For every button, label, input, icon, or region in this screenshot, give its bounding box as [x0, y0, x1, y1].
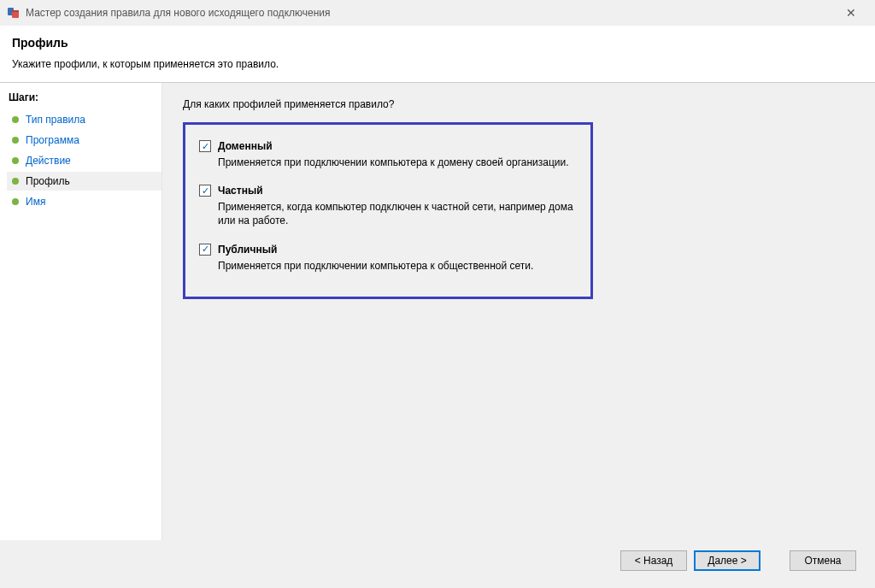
step-name[interactable]: Имя	[7, 192, 161, 211]
back-button[interactable]: < Назад	[620, 550, 687, 571]
step-label: Профиль	[26, 175, 70, 187]
app-icon	[7, 6, 21, 20]
option-desc: Применяется при подключении компьютера к…	[218, 259, 577, 273]
body: Шаги: Тип правила Программа Действие Про…	[0, 83, 875, 540]
sidebar: Шаги: Тип правила Программа Действие Про…	[0, 83, 162, 540]
content-prompt: Для каких профилей применяется правило?	[183, 98, 854, 110]
option-public: ✓ Публичный Применяется при подключении …	[199, 244, 577, 273]
close-button[interactable]: ✕	[834, 1, 868, 25]
step-label: Имя	[26, 196, 45, 208]
header: Профиль Укажите профили, к которым приме…	[0, 26, 875, 83]
step-action[interactable]: Действие	[7, 151, 161, 170]
step-rule-type[interactable]: Тип правила	[7, 110, 161, 129]
page-title: Профиль	[12, 36, 863, 50]
option-private: ✓ Частный Применяется, когда компьютер п…	[199, 185, 577, 227]
step-profile[interactable]: Профиль	[7, 172, 161, 191]
checkbox-domain[interactable]: ✓	[199, 140, 211, 152]
step-program[interactable]: Программа	[7, 131, 161, 150]
spacer	[767, 550, 783, 571]
page-subtitle: Укажите профили, к которым применяется э…	[12, 58, 863, 70]
wizard-window: Мастер создания правила для нового исход…	[0, 0, 875, 588]
option-title: Частный	[218, 185, 263, 197]
options-group: ✓ Доменный Применяется при подключении к…	[183, 122, 593, 299]
sidebar-title: Шаги:	[7, 91, 161, 103]
content: Для каких профилей применяется правило? …	[162, 83, 875, 540]
checkbox-public[interactable]: ✓	[199, 244, 211, 256]
next-button[interactable]: Далее >	[694, 550, 760, 571]
option-title: Публичный	[218, 244, 277, 256]
option-desc: Применяется, когда компьютер подключен к…	[218, 200, 577, 227]
option-domain: ✓ Доменный Применяется при подключении к…	[199, 140, 577, 169]
checkbox-private[interactable]: ✓	[199, 185, 211, 197]
option-title: Доменный	[218, 140, 273, 152]
svg-rect-2	[12, 10, 19, 12]
step-label: Тип правила	[26, 114, 85, 126]
bullet-icon	[12, 178, 19, 185]
step-label: Действие	[26, 155, 71, 167]
bullet-icon	[12, 157, 19, 164]
footer: < Назад Далее > Отмена	[0, 540, 875, 588]
window-title: Мастер создания правила для нового исход…	[26, 7, 834, 19]
bullet-icon	[12, 116, 19, 123]
titlebar: Мастер создания правила для нового исход…	[0, 0, 875, 26]
cancel-button[interactable]: Отмена	[790, 550, 856, 571]
step-label: Программа	[26, 134, 79, 146]
bullet-icon	[12, 137, 19, 144]
option-desc: Применяется при подключении компьютера к…	[218, 156, 577, 169]
bullet-icon	[12, 198, 19, 205]
